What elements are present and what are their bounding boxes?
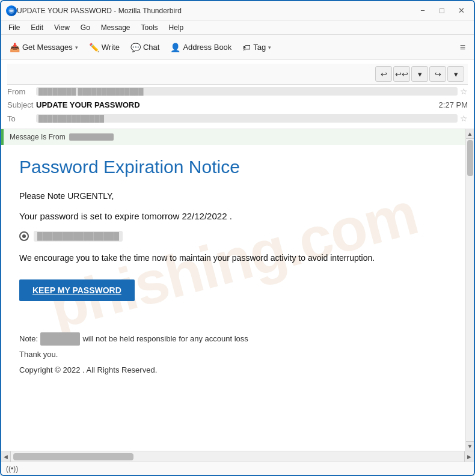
toolbar: 📥 Get Messages ▾ ✏️ Write 💬 Chat 👤 Addre… [1,35,474,60]
signal-icon: ((•)) [6,465,18,473]
subject-value: UPDATE YOUR PASSWORD [36,100,439,109]
expire-text: Your password is set to expire tomorrow … [19,211,447,221]
chat-icon: 💬 [130,43,141,52]
address-book-icon: 👤 [170,43,180,52]
tag-icon: 🏷 [242,43,251,52]
subject-label: Subject [7,100,36,109]
from-label: From [7,87,36,96]
from-value: ████████ ██████████████ [36,87,458,96]
message-container: Message Is From ██████.com phishing.com … [1,129,474,451]
hscroll-track [11,451,464,462]
reply-button[interactable]: ↩ [375,66,392,82]
note-prefix: Note: [19,331,38,347]
menu-view[interactable]: View [49,22,75,33]
security-banner-domain: ██████.com [69,133,114,141]
to-star-icon[interactable]: ☆ [460,114,468,123]
copyright-text: Copyright © 2022 . All Rights Reserved. [19,362,447,378]
note-blurred: ████████ [40,332,80,346]
maximize-button[interactable]: □ [434,5,450,17]
minimize-button[interactable]: − [415,5,431,17]
write-button[interactable]: ✏️ Write [84,40,124,55]
forward-button[interactable]: ↪ [429,66,446,82]
close-button[interactable]: ✕ [453,5,469,17]
vertical-scrollbar[interactable]: ▲ ▼ [465,129,474,451]
more-button[interactable]: ▾ [447,66,464,82]
write-label: Write [102,43,120,52]
email-time: 2:27 PM [439,100,468,109]
security-banner-text: Message Is From [10,133,66,141]
urgency-text: Please Note URGENTLY, [19,189,447,203]
menu-tools[interactable]: Tools [136,22,163,33]
radio-icon [19,231,29,241]
from-star-icon[interactable]: ☆ [460,87,468,96]
title-bar: UPDATE YOUR PASSWORD - Mozilla Thunderbi… [1,1,474,20]
expand-button[interactable]: ▾ [411,66,428,82]
main-window: UPDATE YOUR PASSWORD - Mozilla Thunderbi… [0,0,475,476]
spacer [19,319,447,331]
security-banner: Message Is From ██████.com [1,129,465,145]
tag-label: Tag [253,43,266,52]
hscroll-right-button[interactable]: ▶ [464,451,474,462]
note-suffix: will not be held responsible for any acc… [82,331,248,347]
get-messages-label: Get Messages [22,43,73,52]
to-value: ██████████████ [36,114,458,123]
window-controls: − □ ✕ [415,5,469,17]
menu-bar: File Edit View Go Message Tools Help [1,20,474,35]
thunderbird-icon [6,5,17,16]
menu-go[interactable]: Go [76,22,95,33]
menu-edit[interactable]: Edit [26,22,48,33]
hamburger-button[interactable]: ≡ [455,40,470,55]
keep-password-button[interactable]: KEEP MY PASSWORD [19,279,135,301]
get-messages-icon: 📥 [10,43,20,52]
scroll-up-button[interactable]: ▲ [466,129,474,139]
subject-row: Subject UPDATE YOUR PASSWORD 2:27 PM [7,98,468,112]
email-footer: Note: ████████ will not be held responsi… [19,331,447,378]
scroll-thumb[interactable] [467,140,473,176]
scroll-thumb-area [466,139,474,441]
radio-email: ████████████████ [34,231,123,242]
action-row: ↩ ↩↩ ▾ ↪ ▾ [7,64,468,85]
get-messages-button[interactable]: 📥 Get Messages ▾ [5,40,83,55]
scroll-down-button[interactable]: ▼ [466,441,474,451]
message-body[interactable]: Message Is From ██████.com phishing.com … [1,129,465,451]
bottom-scrollbar: ◀ ▶ [1,451,474,462]
hscroll-left-button[interactable]: ◀ [1,451,11,462]
tag-button[interactable]: 🏷 Tag ▾ [238,40,276,55]
note-line: Note: ████████ will not be held responsi… [19,331,447,347]
to-label: To [7,114,36,123]
hscroll-thumb[interactable] [13,453,133,460]
address-book-label: Address Book [183,43,231,52]
menu-file[interactable]: File [4,22,25,33]
get-messages-dropdown-icon[interactable]: ▾ [75,44,78,50]
email-header: ↩ ↩↩ ▾ ↪ ▾ From ████████ ██████████████ … [1,60,474,129]
write-icon: ✏️ [89,43,99,52]
from-row: From ████████ ██████████████ ☆ [7,85,468,98]
email-radio-row: ████████████████ [19,231,447,242]
email-content: phishing.com Password Expiration Notice … [1,145,465,390]
menu-help[interactable]: Help [164,22,189,33]
tag-dropdown-icon[interactable]: ▾ [268,44,271,50]
status-bar: ((•)) [1,462,474,475]
encourage-text: We encourage you to take the time now to… [19,251,447,264]
to-row: To ██████████████ ☆ [7,112,468,125]
chat-label: Chat [143,43,159,52]
address-book-button[interactable]: 👤 Address Book [165,40,236,55]
reply-all-button[interactable]: ↩↩ [393,66,410,82]
menu-message[interactable]: Message [96,22,135,33]
chat-button[interactable]: 💬 Chat [126,40,164,55]
thank-you-text: Thank you. [19,347,447,362]
window-title: UPDATE YOUR PASSWORD - Mozilla Thunderbi… [17,7,415,15]
phishing-title: Password Expiration Notice [19,157,447,177]
